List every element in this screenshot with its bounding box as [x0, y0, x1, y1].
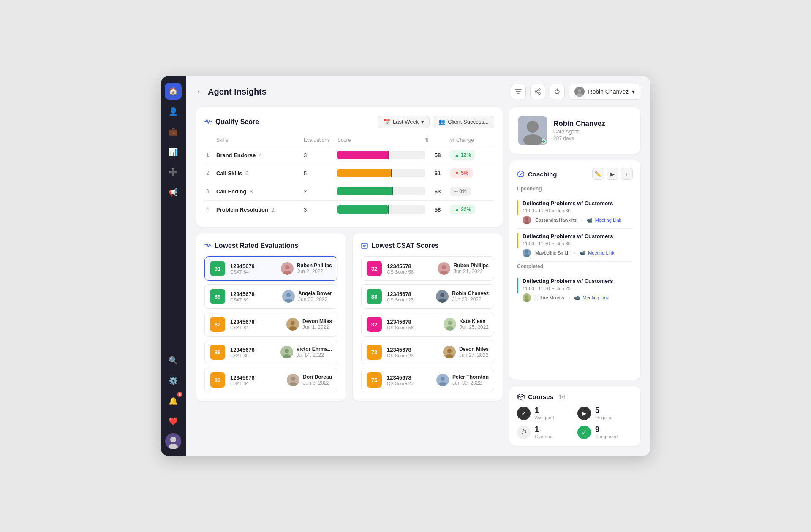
svg-point-27 — [442, 265, 446, 269]
csat-item-4[interactable]: 73 12345678 QS Score 23 — [361, 340, 494, 364]
sidebar-item-user[interactable]: 👤 — [165, 103, 182, 120]
sidebar-item-search[interactable]: 🔍 — [165, 352, 182, 369]
svg-point-31 — [438, 299, 446, 303]
sidebar-item-heart[interactable]: ❤️ — [165, 413, 182, 430]
courses-grid: ✓ 1 Assigned ▶ 5 Ongoing — [517, 406, 633, 439]
csat-item-1[interactable]: 32 12345678 QS Score 56 — [361, 256, 494, 281]
lowest-rated-list: 91 12345678 CSAT 84 — [204, 256, 337, 392]
person-avatar-3 — [286, 318, 299, 331]
quality-row-3: 3 Call Ending 8 2 63 -- 0% — [204, 182, 494, 200]
lowest-csat-list: 32 12345678 QS Score 56 — [361, 256, 494, 392]
agent-selector[interactable]: Robin Chanvez ▾ — [569, 84, 640, 100]
sidebar-item-notifications[interactable]: 🔔 8 — [165, 393, 182, 410]
sidebar: 🏠 👤 💼 📊 ➕ 📢 🔍 ⚙️ 🔔 8 ❤️ — [161, 76, 186, 456]
csat-person-4 — [443, 346, 456, 358]
agent-info: Robin Chanvez Care Agent 287 days — [553, 119, 605, 141]
score-badge-1: 91 — [210, 261, 225, 276]
coaching-play-btn[interactable]: ▶ — [607, 168, 618, 180]
svg-point-5 — [535, 91, 537, 92]
agent-selector-name: Robin Chanvez — [588, 88, 629, 95]
col-sort[interactable]: ⇅ — [425, 137, 450, 143]
right-panel: Robin Chanvez Care Agent 287 days Coachi… — [509, 107, 640, 446]
svg-point-42 — [527, 121, 539, 133]
quality-row-2: 2 Call Skills 5 5 61 ▼ 5% — [204, 164, 494, 182]
back-button[interactable]: ← — [196, 87, 204, 96]
svg-point-24 — [289, 382, 297, 386]
csat-score-5: 75 — [367, 372, 382, 388]
sidebar-item-announce[interactable]: 📢 — [165, 184, 182, 201]
assigned-icon: ✓ — [517, 407, 531, 420]
svg-point-12 — [283, 271, 291, 275]
course-stat-overdue: ⏱ 1 Overdue — [517, 425, 572, 439]
svg-point-37 — [446, 354, 453, 358]
sidebar-item-settings[interactable]: ⚙️ — [165, 372, 182, 389]
svg-point-23 — [291, 377, 295, 381]
quality-score-card: Quality Score 📅 Last Week ▾ 👥 Client Suc… — [196, 107, 503, 227]
csat-score-2: 88 — [367, 289, 382, 304]
csat-person-1 — [438, 262, 450, 275]
svg-point-18 — [289, 326, 297, 331]
coaching-edit-btn[interactable]: ✏️ — [592, 168, 604, 180]
coaching-add-btn[interactable]: + — [621, 168, 633, 180]
sidebar-user-avatar[interactable] — [165, 433, 181, 449]
coaching-title: Coaching — [517, 171, 557, 178]
lowest-csat-title: Lowest CSAT Scores — [361, 242, 439, 250]
eval-item-4[interactable]: 86 12345678 CSAT 89 — [204, 340, 337, 364]
eval-item-3[interactable]: 82 12345678 CSAT 84 — [204, 312, 337, 337]
meeting-link-1[interactable]: Meeting Link — [595, 217, 621, 223]
agent-card: Robin Chanvez Care Agent 287 days — [509, 107, 640, 154]
eval-item-2[interactable]: 89 12345678 CSAT 89 — [204, 284, 337, 309]
lowest-rated-title: Lowest Rated Evaluations — [204, 242, 298, 250]
svg-point-8 — [578, 89, 581, 92]
completed-icon: ✓ — [577, 426, 591, 439]
col-change: % Change — [450, 137, 493, 143]
svg-point-9 — [577, 93, 582, 97]
coaching-accent-3 — [517, 278, 518, 293]
change-badge-3: -- 0% — [450, 187, 471, 196]
meeting-link-2[interactable]: Meeting Link — [588, 250, 614, 255]
csat-score-4: 73 — [367, 345, 382, 360]
svg-point-1 — [170, 437, 176, 442]
quality-score-title: Quality Score — [204, 118, 259, 126]
share-button[interactable] — [530, 84, 545, 99]
csat-score-3: 32 — [367, 317, 382, 332]
sidebar-item-home[interactable]: 🏠 — [165, 83, 182, 100]
lowest-csat-card: Lowest CSAT Scores 32 12345678 QS Score … — [353, 233, 503, 401]
svg-point-3 — [539, 89, 540, 90]
csat-item-2[interactable]: 88 12345678 QS Score 23 — [361, 284, 494, 309]
person-avatar-2 — [282, 290, 295, 303]
csat-item-5[interactable]: 75 12345678 QS Score 23 — [361, 368, 494, 392]
coaching-actions: ✏️ ▶ + — [592, 168, 633, 180]
ongoing-icon: ▶ — [577, 407, 591, 420]
coach-avatar-1 — [523, 216, 531, 224]
score-badge-2: 89 — [210, 289, 225, 304]
col-skills: Skills — [216, 137, 304, 143]
team-filter-button[interactable]: 👥 Client Success... — [433, 116, 494, 128]
agent-photo — [518, 116, 547, 145]
csat-person-5 — [436, 374, 449, 386]
sidebar-item-add[interactable]: ➕ — [165, 164, 182, 181]
coaching-completed-1: Deflecting Problems w/ Customers 11:00 -… — [517, 274, 633, 306]
score-badge-5: 83 — [210, 372, 225, 388]
filter-button[interactable] — [511, 84, 526, 99]
svg-point-34 — [446, 326, 454, 331]
coach-avatar-2 — [523, 249, 531, 257]
meeting-link-3[interactable]: Meeting Link — [582, 295, 609, 300]
score-badge-4: 86 — [210, 345, 225, 360]
eval-item-5[interactable]: 83 12345678 CSAT 84 — [204, 368, 337, 392]
refresh-button[interactable] — [550, 84, 565, 99]
sidebar-item-briefcase[interactable]: 💼 — [165, 123, 182, 140]
svg-point-4 — [539, 93, 540, 95]
week-filter-button[interactable]: 📅 Last Week ▾ — [378, 116, 430, 128]
coaching-accent-2 — [517, 233, 518, 248]
csat-score-1: 32 — [367, 261, 382, 276]
coach-avatar-3 — [523, 293, 531, 302]
eval-item-1[interactable]: 91 12345678 CSAT 84 — [204, 256, 337, 281]
svg-point-20 — [285, 349, 289, 353]
svg-point-33 — [448, 321, 452, 325]
csat-item-3[interactable]: 32 12345678 QS Score 56 — [361, 312, 494, 337]
page-title: Agent Insights — [208, 87, 267, 97]
svg-point-51 — [525, 295, 528, 299]
svg-point-39 — [441, 377, 445, 381]
sidebar-item-chart[interactable]: 📊 — [165, 144, 182, 160]
